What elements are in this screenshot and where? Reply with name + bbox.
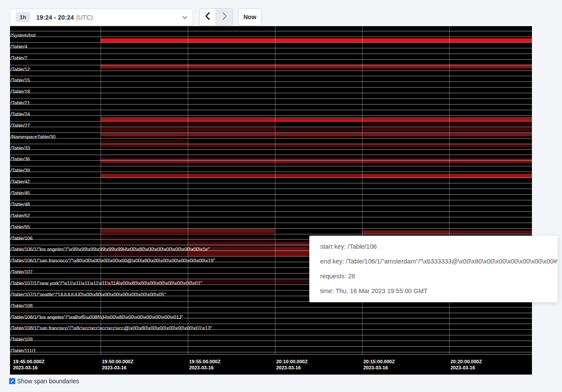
grid-hline — [10, 352, 532, 352]
grid-hline — [10, 183, 532, 183]
grid-hline — [10, 59, 532, 60]
grid-hline — [10, 155, 532, 155]
row-label: /Table/12 — [10, 67, 30, 72]
grid-hline — [10, 354, 532, 355]
now-button[interactable]: Now — [238, 8, 262, 26]
heat-band — [362, 128, 532, 132]
utc-label: (UTC) — [76, 14, 93, 21]
row-label: /Table/106/1/"los angeles"/"\x99\x99\x99… — [10, 247, 210, 252]
hover-tooltip: start key: /Table/106 end key: /Table/10… — [309, 236, 558, 302]
grid-hline — [10, 81, 532, 82]
row-label: /Table/48 — [10, 202, 30, 207]
grid-hline — [10, 132, 532, 133]
tooltip-time: time: Thu, 16 Mar 2023 19:55:00 GMT — [320, 287, 547, 295]
grid-hline — [10, 48, 532, 48]
chevron-left-icon — [205, 12, 210, 22]
grid-hline — [10, 42, 532, 43]
grid-hline — [10, 166, 532, 166]
row-label: /Table/45 — [10, 190, 30, 196]
grid-hline — [10, 206, 532, 206]
grid-hline — [10, 177, 532, 178]
x-axis-tick-time: 20:10:00.000Z — [276, 359, 308, 365]
grid-hline — [10, 200, 532, 200]
grid-hline — [10, 110, 532, 110]
grid-hline — [10, 324, 532, 324]
grid-hline — [10, 234, 532, 234]
grid-hline — [10, 189, 532, 189]
time-range-label: 19:24 - 20:24 — [36, 14, 74, 21]
x-axis-tick-date: 2023-03-16 — [450, 365, 475, 371]
heat-band — [101, 133, 532, 136]
grid-hline — [10, 76, 532, 76]
heat-band — [275, 128, 362, 132]
grid-hline — [10, 87, 532, 88]
x-axis-tick-time: 19:45:00.000Z — [13, 359, 44, 365]
row-label: /Table/39 — [10, 168, 30, 173]
grid-hline — [10, 93, 532, 93]
grid-hline — [10, 307, 532, 308]
grid-hline — [10, 341, 532, 341]
grid-hline — [10, 121, 532, 122]
row-label: /Table/111/1 — [10, 348, 36, 354]
row-label: /Table/52 — [10, 213, 30, 219]
row-label: /Table/55 — [10, 224, 30, 230]
row-label: /Table/36 — [10, 156, 30, 162]
row-label: /Table/106 — [10, 236, 33, 241]
row-label: /Table/27 — [10, 123, 30, 128]
next-button[interactable] — [216, 8, 233, 26]
tooltip-end-key: end key: /Table/106/1/"amsterdam"/"\xb33… — [320, 258, 547, 265]
x-axis-tick-date: 2023-03-16 — [189, 365, 213, 371]
grid-hline — [10, 223, 532, 223]
x-axis-tick-date: 2023-03-16 — [363, 365, 388, 371]
grid-hline — [10, 160, 532, 161]
row-label: /Table/106/1/"san francisco"/"\x80\x00\x… — [10, 258, 215, 264]
grid-vline — [449, 26, 450, 354]
grid-hline — [10, 172, 532, 172]
x-axis-tick-time: 19:55:00.000Z — [189, 359, 220, 365]
grid-vline — [188, 26, 188, 354]
row-label: /Table/108 — [10, 303, 33, 309]
row-label: /Table/7 — [10, 55, 27, 61]
grid-hline — [10, 149, 532, 150]
x-axis-tick-time: 20:20:00.000Z — [450, 359, 482, 365]
grid-hline — [10, 194, 532, 195]
grid-hline — [10, 98, 532, 99]
tooltip-requests: requests: 28 — [320, 273, 547, 280]
time-range-selector[interactable]: 1h 19:24 - 20:24 (UTC) — [10, 9, 193, 26]
key-visualizer-canvas[interactable]: /System/tsd/Table/4/Table/7/Table/12/Tab… — [10, 26, 532, 375]
grid-hline — [10, 211, 532, 212]
grid-vline — [362, 26, 362, 354]
time-nav-group — [199, 8, 233, 26]
span-boundaries-checkbox[interactable]: ✓ — [9, 378, 15, 384]
row-label: /Table/107/1/"seattle"/"UUUUUUD\x00\x80\… — [10, 292, 166, 297]
chevron-right-icon — [222, 12, 227, 22]
grid-hline — [10, 144, 532, 144]
heat-band — [101, 144, 532, 147]
heat-band — [188, 242, 275, 246]
duration-badge: 1h — [16, 12, 30, 22]
row-label: /Table/108/1/"san francisco"/"\x8c\xcc\x… — [10, 325, 212, 331]
row-label: /Table/107 — [10, 269, 33, 275]
x-axis-tick-time: 19:50:00.000Z — [102, 359, 133, 365]
grid-hline — [10, 138, 532, 139]
row-label: /Table/33 — [10, 145, 30, 151]
grid-hline — [10, 217, 532, 217]
grid-hline — [10, 346, 532, 347]
grid-hline — [10, 115, 532, 116]
heat-band — [101, 242, 188, 246]
prev-button[interactable] — [199, 8, 216, 26]
grid-vline — [275, 26, 275, 354]
grid-vline — [101, 26, 101, 354]
chevron-down-icon — [182, 16, 187, 19]
row-label: /Table/18 — [10, 89, 30, 95]
row-label: /System/tsd — [10, 33, 35, 38]
heat-band — [101, 117, 532, 121]
grid-hline — [10, 31, 532, 31]
span-boundaries-control: ✓ Show span boundaries — [9, 378, 79, 385]
grid-hline — [10, 313, 532, 313]
x-axis-tick-date: 2023-03-16 — [102, 365, 126, 371]
row-label: /Table/107/1/"new york"/"\x11\x11\x11\x1… — [10, 280, 202, 286]
row-label: /Table/15 — [10, 78, 30, 83]
grid-hline — [10, 65, 532, 65]
row-label: /Table/42 — [10, 179, 30, 185]
